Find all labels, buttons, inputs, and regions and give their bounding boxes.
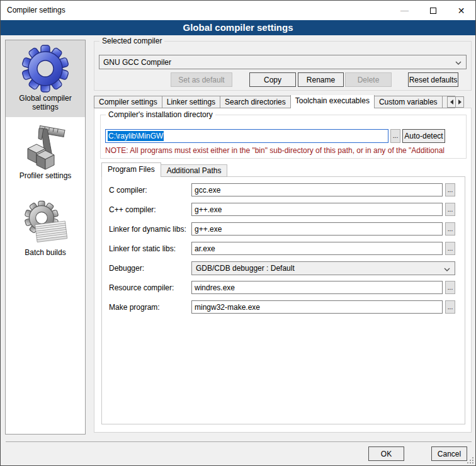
tab-search-directories[interactable]: Search directories	[220, 96, 291, 108]
linker-static-input[interactable]	[191, 242, 443, 255]
make-program-browse-button[interactable]: ...	[445, 300, 455, 314]
compiler-select-value: GNU GCC Compiler	[103, 58, 171, 67]
compiler-select[interactable]: GNU GCC Compiler	[99, 55, 467, 69]
sidebar-item-batch-builds[interactable]: Batch builds	[6, 180, 85, 257]
linker-static-label: Linker for static libs:	[109, 244, 191, 253]
copy-button[interactable]: Copy	[249, 72, 296, 87]
tab-compiler-settings[interactable]: Compiler settings	[94, 96, 162, 108]
tab-scroll-left-icon[interactable]	[447, 96, 456, 108]
tab-scroll-right-icon[interactable]	[455, 96, 464, 108]
blue-gear-icon	[20, 43, 71, 94]
resource-compiler-label: Resource compiler:	[109, 283, 191, 292]
installation-directory-input[interactable]: C:\raylib\MinGW	[105, 129, 388, 143]
caliper-icon	[20, 121, 71, 171]
reset-defaults-button[interactable]: Reset defaults	[408, 72, 458, 87]
chevron-down-icon	[444, 268, 450, 271]
footer-divider	[6, 441, 472, 442]
tab-additional-paths[interactable]: Additional Paths	[161, 164, 228, 177]
sidebar-item-profiler-settings[interactable]: Profiler settings	[6, 117, 85, 180]
close-icon[interactable]: ✕	[447, 1, 475, 20]
sidebar-item-label: Global compiler settings	[14, 94, 77, 111]
resource-compiler-input[interactable]	[191, 281, 443, 294]
page-title: Global compiler settings	[1, 20, 475, 35]
minimize-icon: —	[390, 1, 419, 20]
titlebar[interactable]: Compiler settings — ✕	[1, 1, 475, 20]
gear-stack-icon	[20, 198, 71, 248]
sidebar-item-global-compiler-settings[interactable]: Global compiler settings	[6, 40, 85, 117]
c-compiler-input[interactable]	[191, 183, 443, 196]
c-compiler-browse-button[interactable]: ...	[445, 183, 455, 196]
tab-toolchain-executables[interactable]: Toolchain executables	[290, 95, 375, 108]
browse-directory-button[interactable]: ...	[390, 129, 400, 143]
maximize-icon[interactable]	[419, 1, 447, 20]
resource-compiler-browse-button[interactable]: ...	[445, 281, 455, 294]
settings-tabstrip: Compiler settings Linker settings Search…	[94, 95, 455, 108]
compiler-settings-dialog: Compiler settings — ✕ Global compiler se…	[0, 0, 476, 466]
program-tabstrip: Program Files Additional Paths	[101, 163, 227, 177]
cancel-button[interactable]: Cancel	[431, 446, 467, 461]
group-legend: Compiler's installation directory	[106, 110, 215, 119]
make-program-input[interactable]	[191, 300, 443, 314]
chevron-down-icon	[455, 61, 462, 65]
cpp-compiler-label: C++ compiler:	[109, 205, 191, 214]
ok-button[interactable]: OK	[368, 446, 404, 461]
debugger-label: Debugger:	[109, 264, 191, 273]
delete-button[interactable]: Delete	[345, 72, 392, 87]
resize-grip-icon[interactable]	[467, 457, 473, 463]
debugger-select[interactable]: GDB/CDB debugger : Default	[191, 261, 455, 275]
debugger-select-value: GDB/CDB debugger : Default	[196, 264, 295, 273]
window-title: Compiler settings	[7, 1, 65, 20]
sidebar-item-label: Batch builds	[6, 248, 85, 257]
set-as-default-button[interactable]: Set as default	[171, 72, 232, 87]
rename-button[interactable]: Rename	[298, 72, 344, 87]
tab-linker-settings[interactable]: Linker settings	[162, 96, 220, 108]
tab-scroll-buttons	[448, 96, 464, 108]
tab-custom-variables[interactable]: Custom variables	[374, 96, 443, 108]
cpp-compiler-browse-button[interactable]: ...	[445, 203, 455, 216]
make-program-label: Make program:	[109, 303, 191, 312]
note-text: NOTE: All programs must exist either in …	[105, 146, 462, 155]
settings-category-list: Global compiler settings	[5, 40, 86, 435]
linker-dynamic-input[interactable]	[191, 222, 443, 236]
linker-static-browse-button[interactable]: ...	[445, 242, 455, 255]
linker-dynamic-label: Linker for dynamic libs:	[109, 225, 191, 234]
linker-dynamic-browse-button[interactable]: ...	[445, 222, 455, 236]
cpp-compiler-input[interactable]	[191, 203, 443, 216]
sidebar-item-label: Profiler settings	[6, 171, 85, 180]
group-legend: Selected compiler	[99, 37, 164, 45]
tab-program-files[interactable]: Program Files	[101, 162, 161, 177]
auto-detect-button[interactable]: Auto-detect	[402, 129, 445, 143]
selected-text: C:\raylib\MinGW	[108, 131, 164, 141]
c-compiler-label: C compiler:	[109, 186, 191, 195]
